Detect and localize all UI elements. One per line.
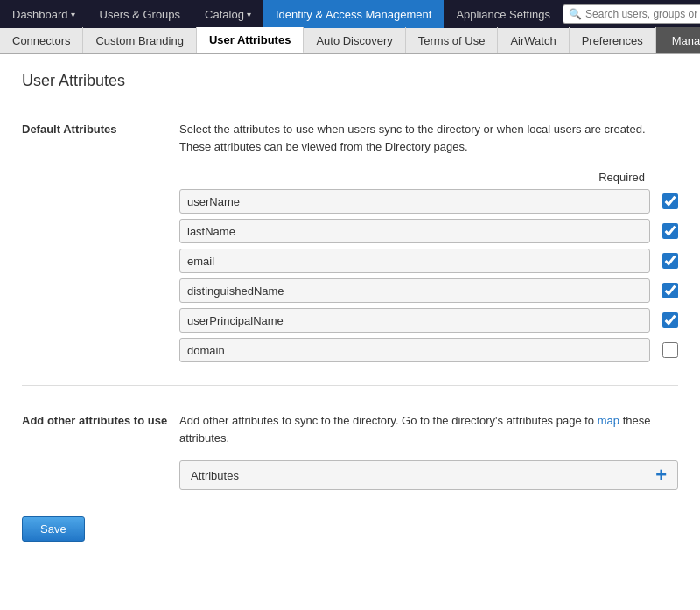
attr-row-userprincipalname bbox=[179, 308, 678, 333]
search-box[interactable]: 🔍 bbox=[563, 4, 700, 24]
attr-input-domain[interactable] bbox=[179, 338, 650, 362]
manage-button[interactable]: Manage bbox=[656, 27, 700, 53]
attr-input-email[interactable] bbox=[179, 249, 650, 273]
section-label-default: Default Attributes bbox=[22, 121, 179, 368]
attr-checkbox-lastname[interactable] bbox=[662, 223, 678, 239]
attributes-bar-label: Attributes bbox=[191, 469, 239, 482]
page-title: User Attributes bbox=[22, 72, 678, 99]
attr-row-username bbox=[179, 189, 678, 214]
attr-input-username[interactable] bbox=[179, 189, 650, 214]
attr-checkbox-domain[interactable] bbox=[662, 342, 678, 358]
attr-row-email bbox=[179, 249, 678, 273]
nav-iam[interactable]: Identity & Access Management bbox=[263, 0, 444, 28]
section-content-add: Add other attributes to sync to the dire… bbox=[179, 412, 678, 490]
attr-input-userprincipalname[interactable] bbox=[179, 308, 650, 333]
nav-auto-discovery[interactable]: Auto Discovery bbox=[304, 27, 405, 53]
nav-terms-of-use[interactable]: Terms of Use bbox=[406, 27, 499, 53]
section-content-default: Select the attributes to use when users … bbox=[179, 121, 678, 368]
nav-users-groups[interactable]: Users & Groups bbox=[88, 0, 192, 28]
attr-row-domain bbox=[179, 338, 678, 362]
footer-actions: Save bbox=[22, 508, 678, 542]
save-button[interactable]: Save bbox=[22, 516, 85, 542]
section-label-add: Add other attributes to use bbox=[22, 412, 179, 490]
attr-input-lastname[interactable] bbox=[179, 219, 650, 243]
nav-preferences[interactable]: Preferences bbox=[570, 27, 656, 53]
default-attributes-section: Default Attributes Select the attributes… bbox=[22, 121, 678, 386]
search-input[interactable] bbox=[585, 8, 700, 20]
nav-appliance[interactable]: Appliance Settings bbox=[444, 0, 563, 28]
nav-airwatch[interactable]: AirWatch bbox=[498, 27, 569, 53]
required-header: Required bbox=[179, 171, 678, 184]
attr-checkbox-email[interactable] bbox=[662, 253, 678, 269]
add-description: Add other attributes to sync to the dire… bbox=[179, 412, 678, 446]
attr-row-lastname bbox=[179, 219, 678, 243]
nav-user-attributes[interactable]: User Attributes bbox=[197, 27, 304, 53]
nav-dashboard[interactable]: Dashboard ▾ bbox=[0, 0, 88, 28]
top-navigation: Dashboard ▾ Users & Groups Catalog ▾ Ide… bbox=[0, 0, 700, 28]
attr-checkbox-userprincipalname[interactable] bbox=[662, 312, 678, 328]
map-link[interactable]: map bbox=[598, 414, 620, 427]
attr-input-distinguishedname[interactable] bbox=[179, 278, 650, 303]
main-content: User Attributes Default Attributes Selec… bbox=[0, 54, 700, 610]
add-attribute-icon[interactable]: + bbox=[655, 466, 667, 485]
second-navigation: Connectors Custom Branding User Attribut… bbox=[0, 28, 700, 54]
top-nav-right: 🔍 Roles bbox=[563, 4, 700, 24]
attr-checkbox-username[interactable] bbox=[662, 193, 678, 209]
attr-row-distinguishedname bbox=[179, 278, 678, 303]
attributes-bar: Attributes + bbox=[179, 460, 678, 490]
default-description: Select the attributes to use when users … bbox=[179, 121, 678, 155]
add-attributes-section: Add other attributes to use Add other at… bbox=[22, 412, 678, 490]
nav-connectors[interactable]: Connectors bbox=[0, 27, 83, 53]
attr-checkbox-distinguishedname[interactable] bbox=[662, 283, 678, 298]
nav-custom-branding[interactable]: Custom Branding bbox=[83, 27, 196, 53]
nav-catalog[interactable]: Catalog ▾ bbox=[192, 0, 263, 28]
search-icon: 🔍 bbox=[569, 8, 582, 20]
